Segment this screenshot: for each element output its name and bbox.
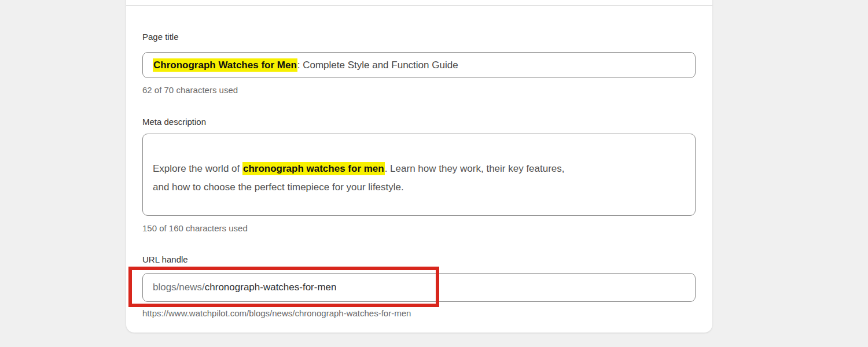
url-handle-prefix: blogs/news/ — [153, 282, 205, 293]
meta-description-label: Meta description — [142, 117, 206, 127]
page-title-label: Page title — [142, 32, 179, 42]
page-title-value: Chronograph Watches for Men: Complete St… — [153, 60, 458, 71]
url-handle-input[interactable]: blogs/news/chronograph-watches-for-men — [142, 273, 696, 302]
meta-description-character-counter: 150 of 160 characters used — [142, 223, 248, 234]
url-handle-label: URL handle — [142, 254, 188, 265]
meta-description-text-before: Explore the world of — [153, 163, 242, 174]
url-handle-slug: chronograph-watches-for-men — [205, 282, 337, 293]
page-title-rest-text: : Complete Style and Function Guide — [297, 60, 458, 71]
page-title-character-counter: 62 of 70 characters used — [142, 85, 238, 95]
meta-description-textarea[interactable]: Explore the world of chronograph watches… — [142, 134, 696, 216]
url-handle-value: blogs/news/chronograph-watches-for-men — [153, 282, 337, 293]
meta-description-value: Explore the world of chronograph watches… — [153, 162, 565, 193]
meta-description-highlighted-keyword: chronograph watches for men — [242, 162, 385, 175]
page-title-highlighted-keyword: Chronograph Watches for Men — [153, 58, 297, 72]
page-background: Page title Chronograph Watches for Men: … — [0, 0, 868, 347]
url-preview-text: https://www.watchpilot.com/blogs/news/ch… — [142, 308, 411, 319]
card-top-divider — [126, 5, 712, 6]
page-title-input[interactable]: Chronograph Watches for Men: Complete St… — [142, 52, 696, 78]
